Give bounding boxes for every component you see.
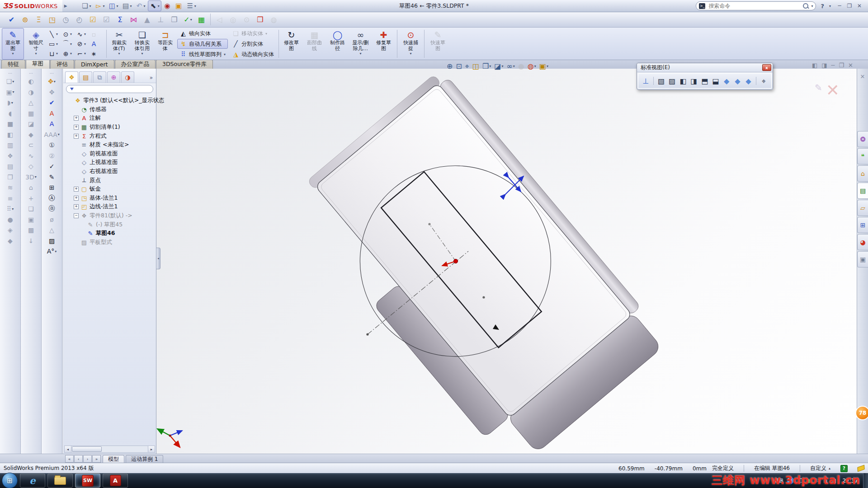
graphics-area[interactable] — [156, 69, 857, 454]
dropdown-caret[interactable]: ▾ — [56, 52, 58, 56]
featuremanager-tree-tab[interactable]: ❖ — [65, 71, 78, 83]
dropdown-caret[interactable]: ▾ — [489, 64, 491, 68]
mirror-feature-icon[interactable]: ≋ — [4, 183, 17, 193]
sketch-origin[interactable] — [453, 259, 458, 263]
tree-item[interactable]: −❖零件81(默认) -> — [65, 211, 156, 221]
dropdown-caret[interactable]: ▾ — [84, 52, 86, 56]
hole-wizard-icon[interactable]: ❖ — [4, 151, 17, 161]
tree-horizontal-scrollbar[interactable]: ◂ ▸ — [64, 446, 155, 453]
standard-views-titlebar[interactable]: 标准视图(E) x — [637, 63, 773, 72]
tree-item[interactable]: ◇前视基准面 — [65, 150, 156, 159]
text-angle-icon[interactable]: A°▾ — [45, 246, 59, 257]
compare-geometry-icon[interactable]: ❒ — [254, 14, 266, 26]
weld-symbol-icon[interactable]: ⊞ — [45, 183, 59, 193]
fillet-tool-icon[interactable]: ⌐▾ — [76, 49, 90, 59]
home-tab-icon[interactable]: ⌂ — [857, 165, 868, 182]
balloon-icon[interactable]: ① — [45, 140, 59, 150]
tree-item[interactable]: ◇右视基准面 — [65, 167, 156, 176]
polygon-tool-icon[interactable]: ⊕▾ — [62, 49, 76, 59]
dropdown-caret[interactable]: ▾ — [70, 32, 72, 36]
curve-icon[interactable]: ⊂ — [24, 140, 38, 150]
front-view-icon[interactable]: ▧ — [656, 75, 666, 86]
start-button[interactable]: ⊞ — [2, 473, 18, 488]
doc-split-left-icon[interactable]: ◧ — [812, 62, 817, 69]
dropdown-caret[interactable]: ▾ — [144, 4, 146, 8]
spell-check-icon[interactable]: ✔ — [5, 14, 18, 26]
scroll-left-icon[interactable]: ◂ — [65, 446, 71, 452]
check-mark-icon[interactable]: ✓ — [45, 161, 59, 172]
dropdown-caret[interactable]: ▾ — [35, 175, 37, 179]
sketch-endpoint[interactable] — [366, 333, 368, 335]
file-properties-icon[interactable]: ▣ — [174, 1, 184, 11]
tree-expand-toggle[interactable]: + — [74, 134, 79, 139]
dropdown-caret[interactable]: ▾ — [190, 18, 192, 22]
dropdown-caret[interactable]: ▾ — [11, 101, 13, 105]
text-tool-icon[interactable]: A — [90, 39, 104, 49]
notification-badge[interactable]: 78 — [855, 406, 868, 420]
top-view-icon[interactable]: ⬒ — [700, 75, 709, 86]
rib-icon[interactable]: ◧ — [4, 130, 17, 140]
tree-item[interactable]: ✎(-) 草图45 — [65, 220, 156, 229]
view-settings-icon[interactable]: ▣▾ — [539, 62, 548, 70]
tree-item[interactable]: ⟂原点 — [65, 176, 156, 185]
dimxpertmanager-tab[interactable]: ⊕ — [107, 71, 120, 83]
tree-item[interactable]: +◳基体-法兰1 — [65, 194, 156, 203]
display-delete-relations-button[interactable]: ∞显示/删除几…▾ — [349, 28, 372, 60]
sweep-icon[interactable]: ◑ — [24, 87, 38, 98]
dropdown-caret[interactable]: ▾ — [56, 42, 58, 46]
panel-collapse-handle[interactable]: ◂ — [156, 248, 160, 269]
dropdown-caret[interactable]: ▾ — [224, 52, 226, 56]
revolve-icon[interactable]: ◐ — [24, 76, 38, 87]
hide-show-items-icon[interactable]: ∞▾ — [506, 62, 514, 70]
ellipse-tool-icon[interactable]: ⊘▾ — [76, 39, 90, 49]
standard-views-close-button[interactable]: x — [762, 64, 771, 71]
trim-entities-button[interactable]: ✂剪裁实体(T)▾ — [108, 28, 130, 60]
apply-scene-icon[interactable]: ◍▾ — [528, 62, 536, 70]
dropdown-caret[interactable]: ▾ — [90, 4, 91, 8]
dropdown-caret[interactable]: ▾ — [265, 32, 267, 36]
tree-expand-toggle[interactable]: + — [74, 204, 79, 209]
dropdown-caret[interactable]: ▾ — [58, 132, 60, 136]
accept-sketch-icon[interactable]: ✎ — [815, 82, 822, 93]
print-icon[interactable]: ▤▾ — [121, 1, 133, 11]
note-tool-icon[interactable]: A — [45, 119, 59, 129]
make-path-button[interactable]: ◯制作路径 — [326, 28, 349, 60]
right-view-icon[interactable]: ◨ — [689, 75, 698, 86]
status-help-icon[interactable]: ? — [840, 465, 848, 472]
section-view-icon[interactable]: ◫ — [472, 62, 479, 70]
task-pane-close-icon[interactable]: ✕ — [857, 71, 868, 81]
symmetry-check-icon[interactable]: ⊥ — [155, 14, 167, 26]
dropdown-caret[interactable]: ▾ — [158, 4, 160, 8]
extruded-cut-icon[interactable]: ▣▾ — [4, 87, 17, 98]
surface-finish-icon[interactable]: ✎ — [45, 172, 59, 183]
dropdown-caret[interactable]: ▾ — [56, 32, 58, 36]
point-ref-icon[interactable]: + — [24, 193, 38, 204]
restore-button[interactable]: ❐ — [845, 3, 854, 9]
solidworks-taskbar-button[interactable]: SW — [75, 474, 100, 488]
scrollbar-thumb[interactable] — [72, 446, 102, 452]
view-selector-icon[interactable]: ⌖ — [759, 75, 769, 86]
fillet-feature-icon[interactable]: ◗▾ — [4, 98, 17, 108]
tab-nav-button[interactable]: « — [65, 455, 74, 463]
dropdown-caret[interactable]: ▾ — [103, 4, 105, 8]
dropdown-caret[interactable]: ▾ — [117, 4, 118, 8]
zoom-area-icon[interactable]: ⊡ — [456, 62, 462, 70]
linear-sketch-pattern-button[interactable]: ⠿线性草图阵列▾ — [177, 49, 228, 59]
doc-minimize-icon[interactable]: ─ — [831, 62, 835, 69]
tab-nav-button[interactable]: » — [92, 455, 101, 463]
modify-sketch-button[interactable]: ↻修改草图 — [280, 28, 302, 60]
dome-icon[interactable]: ▤ — [4, 161, 17, 172]
datum-target-icon[interactable]: ø — [45, 215, 59, 225]
dropdown-caret[interactable]: ▾ — [501, 64, 503, 68]
tree-item[interactable]: ◔传感器 — [65, 105, 156, 114]
tree-item[interactable]: ◇上视基准面 — [65, 158, 156, 167]
plane-tool-icon[interactable]: ◇ — [24, 161, 38, 172]
dropdown-caret[interactable]: ▾ — [70, 42, 72, 46]
command-search[interactable]: >_ ▾ — [696, 1, 816, 10]
smart-dimension-button[interactable]: ◈智能尺寸▾ — [25, 28, 47, 60]
offset-entities-button[interactable]: ⊐等距实体 — [154, 28, 176, 60]
dropdown-caret[interactable]: ▾ — [54, 80, 56, 84]
view-palette-tab-icon[interactable]: ⊞ — [857, 217, 868, 233]
text-array-icon[interactable]: AAA▾ — [45, 130, 59, 140]
normal-to-icon[interactable]: ⊥ — [641, 75, 651, 86]
